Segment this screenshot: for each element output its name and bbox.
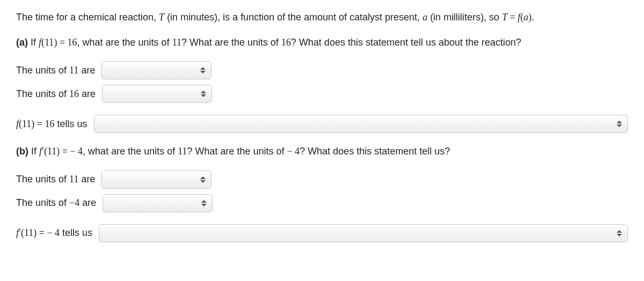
row-units-11: The units of 11 are xyxy=(16,61,628,79)
label: The units of 16 are xyxy=(16,87,96,101)
text: The units of xyxy=(16,88,69,99)
spinner-icon xyxy=(616,228,623,238)
num: 11 xyxy=(69,65,78,76)
text: . xyxy=(532,12,535,23)
num: 11 xyxy=(69,174,78,184)
text: ? What does this statement tell us about… xyxy=(291,37,521,48)
select-units-11[interactable] xyxy=(101,61,211,79)
text: are xyxy=(79,88,96,99)
label: f(11) = 16 tells us xyxy=(16,117,87,131)
label: The units of −4 are xyxy=(16,196,96,210)
row-fprime11-tells: f′(11) = − 4 tells us xyxy=(16,224,628,242)
intro-text: The time for a chemical reaction, T (in … xyxy=(16,11,628,24)
label: The units of 11 are xyxy=(16,64,95,77)
question-page: The time for a chemical reaction, T (in … xyxy=(0,0,644,258)
row-units-16: The units of 16 are xyxy=(16,85,628,103)
text: ? What are the units of xyxy=(187,146,287,157)
eq: = xyxy=(60,146,70,157)
num: 16 xyxy=(45,119,55,129)
num: 11 xyxy=(172,37,181,48)
text: (in milliliters), so xyxy=(427,12,502,23)
select-b-units-11[interactable] xyxy=(101,171,211,189)
text: The units of xyxy=(16,197,69,208)
text: The time for a chemical reaction, xyxy=(16,12,159,23)
text: If xyxy=(28,146,39,157)
select-f11-meaning[interactable] xyxy=(94,115,628,133)
part-a-question: (a) If f(11) = 16, what are the units of… xyxy=(16,36,628,49)
text: The units of xyxy=(16,65,69,76)
num: −4 xyxy=(69,197,79,208)
eq: = xyxy=(507,12,517,23)
label: f′(11) = − 4 tells us xyxy=(16,226,92,240)
num: − 4 xyxy=(47,227,60,238)
label: The units of 11 are xyxy=(16,173,95,186)
row-f11-tells: f(11) = 16 tells us xyxy=(16,115,628,133)
part-b-label: (b) xyxy=(16,146,28,157)
select-units-16[interactable] xyxy=(102,85,212,103)
spinner-icon xyxy=(200,89,207,99)
text: , what are the units of xyxy=(77,37,172,48)
text: are xyxy=(78,65,95,76)
num: 11 xyxy=(45,37,54,48)
text: ? What are the units of xyxy=(181,37,281,48)
text: , what are the units of xyxy=(83,146,178,157)
spinner-icon xyxy=(199,65,207,75)
text: ? What does this statement tell us? xyxy=(299,146,450,157)
text: are xyxy=(78,174,95,184)
part-b-question: (b) If f′(11) = − 4, what are the units … xyxy=(16,145,628,158)
text: If xyxy=(28,37,39,48)
part-a-label: (a) xyxy=(16,37,28,48)
num: 11 xyxy=(22,119,31,129)
text: (in minutes), is a function of the amoun… xyxy=(164,12,422,23)
num: 16 xyxy=(69,88,79,99)
spinner-icon xyxy=(616,119,623,129)
spinner-icon xyxy=(199,175,207,184)
eq: = xyxy=(34,119,45,129)
num: 11 xyxy=(47,146,56,157)
var-a: a xyxy=(524,12,529,23)
num: − 4 xyxy=(70,146,83,157)
num: − 4 xyxy=(287,146,300,157)
text: The units of xyxy=(16,174,69,184)
text: tells us xyxy=(60,227,92,238)
num: 16 xyxy=(68,37,77,48)
row-b-units-11: The units of 11 are xyxy=(16,171,628,189)
num: 11 xyxy=(24,227,33,238)
num: 11 xyxy=(178,146,187,157)
num: 16 xyxy=(281,37,291,48)
eq: = xyxy=(36,227,47,238)
select-b-units-neg4[interactable] xyxy=(103,194,213,212)
var-T: T xyxy=(502,12,507,23)
eq: = xyxy=(57,37,67,48)
text: are xyxy=(79,197,96,208)
text: tells us xyxy=(55,119,87,129)
var-T: T xyxy=(159,12,164,23)
select-fprime11-meaning[interactable] xyxy=(99,224,628,242)
spinner-icon xyxy=(200,198,208,208)
row-b-units-neg4: The units of −4 are xyxy=(16,194,628,212)
